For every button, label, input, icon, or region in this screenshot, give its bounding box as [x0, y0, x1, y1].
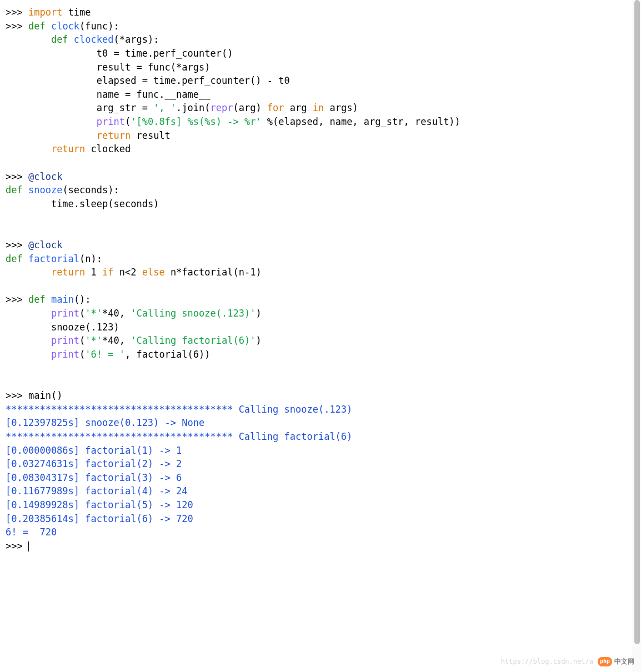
output-line: [0.08304317s] factorial(3) -> 6 — [6, 472, 182, 483]
code-text: result — [131, 130, 171, 141]
scrollbar-thumb[interactable] — [634, 0, 640, 644]
keyword-for: for — [267, 102, 284, 113]
func-name: clock — [46, 21, 79, 32]
module-name: time — [62, 7, 91, 18]
code-text: args) — [324, 102, 358, 113]
code-text: result = func(*args) — [97, 62, 211, 73]
cursor-icon — [28, 541, 29, 551]
prompt: >>> — [6, 239, 23, 250]
keyword-if: if — [102, 267, 113, 278]
string-literal: '*' — [85, 308, 102, 319]
string-literal: '*' — [85, 335, 102, 346]
indent — [6, 349, 51, 360]
lparen: ( — [79, 308, 85, 319]
lparen: ( — [79, 335, 85, 346]
code-text: 1 — [85, 267, 102, 278]
code-text: , factorial(6)) — [125, 349, 211, 360]
code-text: %(elapsed, name, arg_str, result)) — [262, 116, 460, 127]
output-line: [0.03274631s] factorial(2) -> 2 — [6, 458, 182, 469]
code-text: arg_str = — [97, 102, 153, 113]
code-text: snooze(.123) — [51, 322, 119, 333]
indent — [6, 335, 51, 346]
keyword-return: return — [97, 130, 131, 141]
indent — [6, 34, 51, 45]
code-block: >>> import time >>> def clock(func): def… — [6, 6, 635, 553]
code-text: n<2 — [114, 267, 142, 278]
lparen: ( — [125, 116, 131, 127]
indent — [6, 75, 97, 86]
string-literal: 'Calling factorial(6)' — [131, 335, 256, 346]
params: (seconds): — [62, 184, 119, 195]
code-text: n*factorial(n-1) — [165, 267, 262, 278]
builtin-call: print — [51, 335, 79, 346]
output-line: [0.11677989s] factorial(4) -> 24 — [6, 485, 188, 497]
builtin-call: print — [97, 116, 125, 127]
output-line: ****************************************… — [6, 431, 352, 442]
code-text: *40, — [102, 335, 131, 346]
scrollbar[interactable] — [633, 0, 641, 672]
watermark-url: https://blog.csdn.net/a — [501, 657, 593, 666]
watermark-badge: php — [598, 657, 612, 666]
string-literal: '[%0.8fs] %s(%s) -> %r' — [131, 116, 261, 127]
code-text: (arg) — [233, 102, 267, 113]
builtin-call: print — [51, 349, 79, 360]
indent — [6, 130, 97, 141]
indent — [6, 116, 97, 127]
keyword-return: return — [51, 267, 85, 278]
code-text: name = func.__name__ — [97, 89, 211, 100]
output-line: 6! = 720 — [6, 526, 57, 538]
lparen: ( — [79, 349, 85, 360]
watermark: https://blog.csdn.net/a php 中文网 — [501, 657, 634, 666]
builtin-call: repr — [211, 102, 233, 113]
output-line: ****************************************… — [6, 404, 352, 415]
decorator: @clock — [28, 171, 62, 182]
decorator: @clock — [28, 239, 62, 250]
prompt: >>> — [6, 171, 23, 182]
keyword-def: def — [6, 184, 23, 195]
indent — [6, 89, 97, 100]
indent — [6, 102, 97, 113]
output-line: [0.20385614s] factorial(6) -> 720 — [6, 513, 193, 524]
indent — [6, 198, 51, 209]
func-name: snooze — [23, 184, 63, 195]
builtin-call: print — [51, 308, 79, 319]
string-literal: '6! = ' — [85, 349, 125, 360]
prompt: >>> — [6, 7, 23, 18]
indent — [6, 48, 97, 59]
prompt: >>> — [6, 540, 23, 551]
params: (*args): — [114, 34, 159, 45]
func-name: factorial — [23, 253, 79, 264]
indent — [6, 143, 51, 154]
watermark-cn: 中文网 — [614, 657, 634, 666]
prompt: >>> — [6, 21, 23, 32]
params: (): — [74, 294, 91, 305]
rparen: ) — [256, 335, 261, 346]
output-line: [0.12397825s] snooze(0.123) -> None — [6, 417, 204, 428]
keyword-def: def — [51, 34, 68, 45]
params: (func): — [79, 21, 119, 32]
code-text: clocked — [85, 143, 131, 154]
string-literal: 'Calling snooze(.123)' — [131, 308, 256, 319]
prompt: >>> — [6, 294, 23, 305]
keyword-return: return — [51, 143, 85, 154]
keyword-def: def — [6, 253, 23, 264]
code-text: main() — [28, 390, 62, 401]
code-text: *40, — [102, 308, 131, 319]
keyword-def: def — [28, 294, 46, 305]
indent — [6, 62, 97, 73]
code-text: arg — [284, 102, 313, 113]
rparen: ) — [256, 308, 261, 319]
code-text: time.sleep(seconds) — [51, 198, 159, 209]
output-line: [0.00000086s] factorial(1) -> 1 — [6, 445, 182, 456]
func-name: main — [46, 294, 74, 305]
code-text: elapsed = time.perf_counter() - t0 — [97, 75, 290, 86]
func-name: clocked — [68, 34, 114, 45]
string-literal: ', ' — [153, 102, 176, 113]
prompt: >>> — [6, 390, 23, 401]
keyword-def: def — [28, 21, 46, 32]
indent — [6, 322, 51, 333]
code-text: t0 = time.perf_counter() — [97, 48, 233, 59]
keyword-else: else — [142, 267, 165, 278]
keyword-in: in — [313, 102, 324, 113]
output-line: [0.14989928s] factorial(5) -> 120 — [6, 499, 193, 510]
